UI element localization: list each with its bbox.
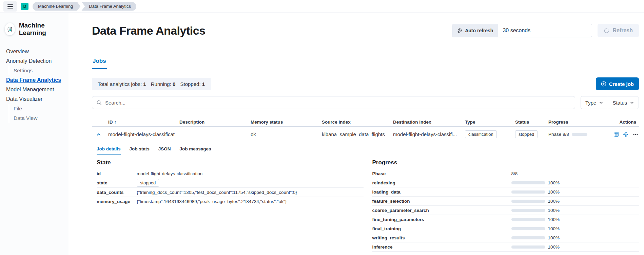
column-header-type[interactable]: Type (462, 118, 512, 126)
progress-percent: 100% (548, 208, 560, 213)
page-title: Data Frame Analytics (92, 24, 449, 37)
plus-circle-icon (601, 81, 606, 87)
progress-row-reindexing: reindexing100% (372, 178, 639, 187)
detail-tab-job-messages[interactable]: Job messages (180, 146, 211, 155)
progress-row-label: coarse_parameter_search (372, 208, 511, 213)
cell-id: model-flight-delays-classificat (105, 129, 177, 140)
progress-row-label: final_training (372, 226, 511, 231)
refresh-label: Refresh (612, 28, 633, 34)
more-actions-button[interactable] (633, 132, 638, 137)
filter-group: TypeStatus (581, 96, 639, 109)
column-header-actions[interactable]: Actions (614, 118, 639, 126)
breadcrumb: Machine LearningData Frame Analytics (33, 2, 136, 11)
filter-label: Type (585, 100, 597, 106)
progress-percent: 100% (548, 199, 560, 204)
progress-percent: 100% (548, 180, 560, 185)
sidebar-item-model-management[interactable]: Model Management (6, 85, 63, 94)
view-results-button[interactable] (614, 131, 619, 137)
progress-bar (511, 227, 545, 230)
progress-bar (511, 245, 545, 249)
column-header-label: ID (108, 120, 113, 125)
sidebar-item-data-frame-analytics[interactable]: Data Frame Analytics (6, 75, 63, 85)
detail-tabs: Job detailsJob statsJSONJob messages (97, 146, 639, 155)
collapse-row-button[interactable] (92, 129, 105, 140)
state-row-label: id (97, 171, 137, 176)
status-badge: stopped (515, 130, 538, 138)
progress-title: Progress (372, 159, 639, 169)
cell-destination-index: model-flight-delays-classifi... (390, 129, 462, 140)
breadcrumb-item[interactable]: Data Frame Analytics (81, 2, 136, 11)
state-row-label: memory_usage (97, 199, 137, 204)
auto-refresh-interval[interactable]: 30 seconds (497, 24, 592, 37)
cell-memory-status: ok (248, 129, 319, 140)
state-row-memory_usage: memory_usage{"timestamp":1643193446989,"… (97, 197, 364, 206)
sidebar-item-file[interactable]: File (9, 104, 63, 113)
detail-tab-job-details[interactable]: Job details (97, 146, 121, 155)
results-table-icon (614, 131, 619, 137)
progress-percent: 100% (548, 217, 560, 222)
column-header-description[interactable]: Description (177, 118, 248, 126)
column-header-destination-index[interactable]: Destination index (390, 118, 462, 126)
progress-percent: 100% (548, 226, 560, 231)
detail-tab-job-stats[interactable]: Job stats (130, 146, 150, 155)
tab-jobs[interactable]: Jobs (92, 58, 107, 69)
sidebar-item-data-visualizer[interactable]: Data Visualizer (6, 94, 63, 104)
column-header-source-index[interactable]: Source index (319, 118, 390, 126)
state-title: State (97, 159, 364, 169)
create-job-button[interactable]: Create job (596, 77, 639, 90)
column-header-progress[interactable]: Progress (546, 118, 614, 126)
sidebar-item-data-view[interactable]: Data View (9, 113, 63, 123)
progress-row-coarse_parameter_search: coarse_parameter_search100% (372, 206, 639, 215)
auto-refresh-label: Auto refresh (465, 28, 493, 33)
progress-row-value: 100% (511, 217, 560, 222)
progress-row-label: reindexing (372, 180, 511, 185)
filter-button-type[interactable]: Type (581, 96, 608, 109)
progress-bar (511, 190, 545, 194)
column-header-status[interactable]: Status (512, 118, 546, 126)
phase-value: 8/8 (511, 171, 518, 176)
jobs-table: ID↑DescriptionMemory statusSource indexD… (92, 118, 639, 252)
progress-rows: reindexing100%loading_data100%feature_se… (372, 178, 639, 252)
refresh-button[interactable]: Refresh (598, 24, 639, 37)
sidebar-header: Machine Learning (0, 13, 69, 44)
hamburger-menu-icon[interactable] (3, 1, 17, 12)
progress-percent: 100% (548, 244, 560, 250)
progress-bar (511, 236, 545, 239)
state-row-value: stopped (137, 179, 159, 187)
space-avatar[interactable]: D (21, 3, 28, 10)
state-row-data_counts: data_counts{"training_docs_count":1305,"… (97, 188, 364, 197)
detail-tab-json[interactable]: JSON (158, 146, 171, 155)
chevron-up-icon (96, 132, 101, 137)
progress-bar (511, 181, 545, 184)
state-section: State idmodel-flight-delays-classificati… (97, 159, 364, 252)
state-row-label: state (97, 180, 137, 185)
progress-row-writing_results: writing_results100% (372, 233, 639, 242)
stopped-label: Stopped: (180, 81, 201, 87)
column-header-memory-status[interactable]: Memory status (248, 118, 319, 126)
sidebar-item-settings[interactable]: Settings (9, 66, 63, 75)
progress-phase-label: Phase 8/8 (548, 132, 569, 137)
refresh-icon (604, 28, 609, 34)
phase-row: Phase 8/8 (372, 169, 639, 178)
state-row-value: {"training_docs_count":1305,"test_docs_c… (137, 190, 297, 195)
cell-source-index: kibana_sample_data_flights (319, 129, 390, 140)
column-header-id[interactable]: ID↑ (105, 118, 177, 126)
progress-row-label: writing_results (372, 235, 511, 240)
filter-button-status[interactable]: Status (608, 96, 639, 109)
state-row-label: data_counts (97, 190, 137, 195)
sidebar-item-anomaly-detection[interactable]: Anomaly Detection (6, 56, 63, 66)
progress-row-label: feature_selection (372, 199, 511, 204)
progress-row-inference: inference100% (372, 242, 639, 252)
breadcrumb-item[interactable]: Machine Learning (33, 2, 80, 11)
progress-bar (511, 209, 545, 212)
sidebar-item-overview[interactable]: Overview (6, 47, 63, 56)
analytics-map-button[interactable] (623, 131, 629, 137)
running-label: Running: (151, 81, 171, 87)
total-jobs-label: Total analytics jobs: (98, 81, 142, 87)
search-input[interactable] (105, 100, 571, 106)
progress-section: Progress Phase 8/8 reindexing100%loading… (372, 159, 639, 252)
cell-progress: Phase 8/8 (546, 129, 614, 140)
progress-bar (511, 200, 545, 203)
sidebar-title: Machine Learning (19, 22, 64, 37)
auto-refresh-toggle[interactable]: Auto refresh (452, 24, 497, 37)
